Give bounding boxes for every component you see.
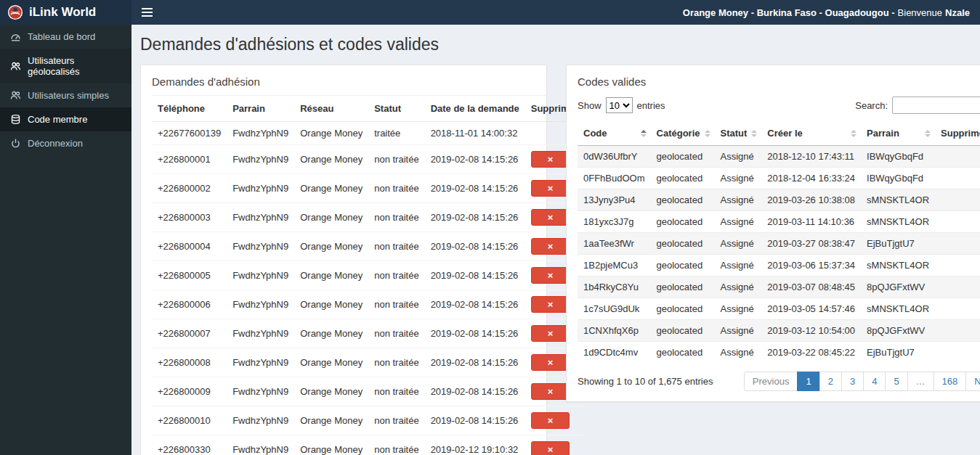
sidebar-item-utilisateurs-geolocalises[interactable]: Utilisateurs géolocalisés [0,49,131,83]
cell: 8pQJGFxtWV [861,320,935,342]
cell: 0dW36UfbrY [578,146,651,168]
brand-logo-icon [7,4,23,20]
cell-date: 2019-02-08 14:15:26 [425,406,525,435]
cell: 1CNXhfqX6p [578,320,651,342]
welcome-label: Bienvenue [898,7,942,18]
table-row: 1c7sUG9dUkgeolocatedAssigné2019-03-05 14… [578,298,980,320]
cell: geolocated [651,146,715,168]
table-row: +226800005FwdhzYphN9Orange Moneynon trai… [152,261,584,290]
sortable-column-header[interactable]: Code [578,121,651,146]
cell: sMNSKTL4OR [861,189,935,211]
table-row: 181yxc3J7ggeolocatedAssigné2019-03-11 14… [578,211,980,233]
cell-statut: non traitée [368,377,424,406]
page-button-4[interactable]: 4 [863,372,886,391]
cell-date: 2019-02-08 14:15:26 [425,377,525,406]
codes-table-body: 0dW36UfbrYgeolocatedAssigné2018-12-10 17… [578,146,980,364]
delete-button[interactable]: × [531,383,570,400]
top-nav: Orange Money - Burkina Faso - Ouagadougo… [131,0,980,25]
sort-icon [705,130,710,137]
cell: Assigné [715,211,762,233]
sortable-column-header[interactable]: Catégorie [651,121,715,146]
codes-panel-title: Codes valides [578,73,980,95]
app-window: iLink World Orange Money - Burkina Faso … [0,0,980,455]
cell-date: 2019-02-12 19:10:32 [425,435,525,455]
adhesions-table-body: +22677600139FwdhzYphN9Orange Moneytraité… [152,122,584,455]
sortable-column-header[interactable]: Créer le [761,121,861,146]
cell: 2018-12-04 16:33:24 [761,168,861,189]
column-label: Supprimer [941,128,980,139]
search-input[interactable] [892,97,980,114]
page-button-2[interactable]: 2 [819,372,842,391]
cell: Assigné [715,298,762,320]
table-row: 1aaTee3fWrgeolocatedAssigné2019-03-27 08… [578,233,980,255]
table-row: 1B2pjeMCu3geolocatedAssigné2019-03-06 15… [578,255,980,276]
sidebar-item-code-membre[interactable]: Code membre [0,107,131,131]
sidebar-toggle-button[interactable] [131,0,163,25]
cell-reseau: Orange Money [294,377,368,406]
cell: 13Jyny3Pu4 [578,189,651,211]
delete-button[interactable]: × [531,267,570,284]
column-label: Parrain [867,128,899,139]
cell: IBWqyGbqFd [861,146,935,168]
cell-date: 2019-02-08 14:15:26 [425,203,525,232]
cell: geolocated [651,211,715,233]
search-control: Search: [855,97,980,114]
delete-button[interactable]: × [531,354,570,371]
delete-button[interactable]: × [531,180,570,197]
cell: Assigné [715,255,762,276]
main-content: Demandes d'adhésions et codes valides De… [131,25,980,455]
sidebar-item-deconnexion[interactable]: Déconnexion [0,131,131,155]
column-label: Créer le [767,128,802,139]
page-button-1[interactable]: 1 [797,372,819,391]
sortable-column-header[interactable]: Supprimer [935,121,980,146]
sortable-column-header[interactable]: Statut [715,121,762,146]
delete-button[interactable]: × [531,296,570,313]
delete-button[interactable]: × [531,325,570,342]
cell-reseau: Orange Money [294,232,368,261]
delete-button[interactable]: × [531,151,570,168]
table-row: +226800003FwdhzYphN9Orange Moneynon trai… [152,203,584,232]
cell: Assigné [715,168,762,189]
cell-parrain: FwdhzYphN9 [227,319,294,348]
sidebar-item-tableau-de-bord[interactable]: Tableau de bord [0,25,131,49]
page-length-control: Show 10 entries [578,97,665,113]
cell: sMNSKTL4OR [861,255,935,276]
cell-statut: non traitée [368,406,424,435]
page-button-3[interactable]: 3 [841,372,864,391]
column-label: Statut [721,128,748,139]
cell-supprimer: × [525,435,584,455]
page-button-5[interactable]: 5 [885,372,907,391]
delete-button[interactable]: × [531,412,570,429]
cell-statut: non traitée [368,261,424,290]
delete-button[interactable]: × [531,238,570,255]
cell: Assigné [715,146,762,168]
sidebar-item-utilisateurs-simples[interactable]: Utilisateurs simples [0,83,131,107]
cell: 1d9CDtc4mv [578,342,651,364]
cell: geolocated [651,233,715,255]
sortable-column-header[interactable]: Parrain [861,121,935,146]
sidebar-item-label: Utilisateurs simples [28,90,109,101]
cell-supprimer [935,189,980,211]
column-header: Statut [368,96,424,122]
cell-supprimer [935,211,980,233]
page-length-select[interactable]: 10 [606,97,633,113]
cell-reseau: Orange Money [294,174,368,203]
cell-parrain: FwdhzYphN9 [227,203,294,232]
show-label: Show [578,100,602,111]
username-text: Nzale [945,7,970,18]
codes-table: CodeCatégorieStatutCréer leParrainSuppri… [578,121,980,363]
cell-date: 2019-02-08 14:15:26 [425,261,525,290]
sidebar-item-label: Utilisateurs géolocalisés [28,55,121,77]
page-button-168[interactable]: 168 [934,372,967,391]
table-row: 1d9CDtc4mvgeolocatedAssigné2019-03-22 08… [578,342,980,364]
table-row: +226800008FwdhzYphN9Orange Moneynon trai… [152,348,584,377]
cell: 1c7sUG9dUk [578,298,651,320]
cell-statut: non traitée [368,348,424,377]
sidebar-item-label: Tableau de bord [28,31,95,42]
cell-supprimer [935,298,980,320]
delete-button[interactable]: × [531,209,570,226]
sort-icon [641,130,647,137]
brand[interactable]: iLink World [0,0,131,25]
page-button-next[interactable]: Next [965,372,980,391]
delete-button[interactable]: × [531,441,570,455]
